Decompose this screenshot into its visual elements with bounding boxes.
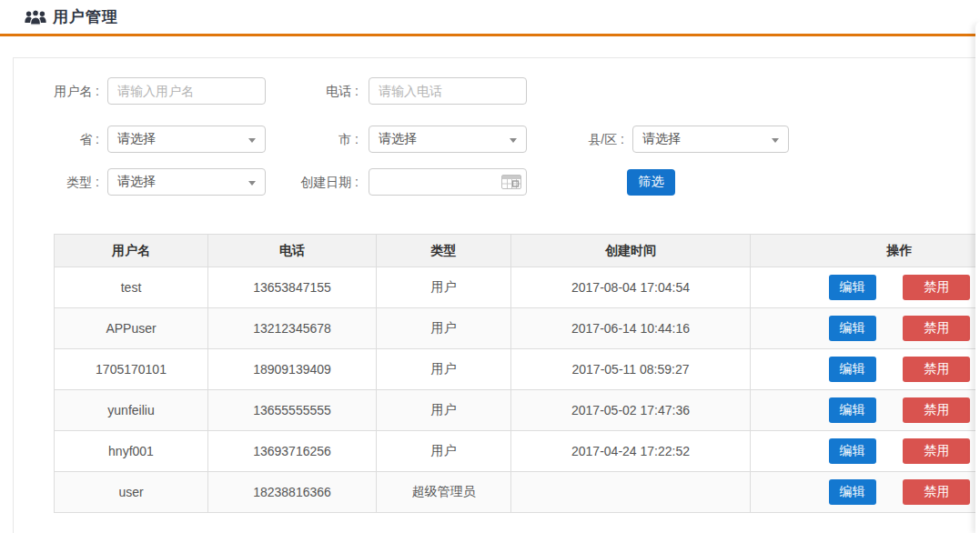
cell-actions: 编辑 禁用 xyxy=(751,390,980,431)
calendar-icon[interactable] xyxy=(501,175,521,189)
cell-type: 用户 xyxy=(377,349,511,390)
chevron-down-icon xyxy=(772,138,779,143)
district-label: 县/区 : xyxy=(527,126,624,153)
cell-created xyxy=(511,472,751,513)
cell-username: hnyf001 xyxy=(55,431,208,472)
cell-username: user xyxy=(55,472,208,513)
user-table-body: test 13653847155 用户 2017-08-04 17:04:54 … xyxy=(55,267,980,513)
cell-phone: 13212345678 xyxy=(208,308,377,349)
cell-username: 1705170101 xyxy=(55,349,208,390)
phone-label: 电话 : xyxy=(266,77,359,105)
cell-type: 用户 xyxy=(377,431,511,472)
cell-actions: 编辑 禁用 xyxy=(751,267,980,308)
chevron-down-icon xyxy=(248,181,256,186)
disable-button[interactable]: 禁用 xyxy=(903,275,970,300)
city-select[interactable]: 请选择 xyxy=(369,126,527,153)
disable-button[interactable]: 禁用 xyxy=(903,479,970,505)
cell-created: 2017-05-11 08:59:27 xyxy=(511,349,751,390)
type-select-value: 请选择 xyxy=(117,174,156,190)
cell-username: test xyxy=(55,267,208,308)
cell-created: 2017-06-14 10:44:16 xyxy=(511,308,751,349)
cell-type: 超级管理员 xyxy=(377,472,511,513)
disable-button[interactable]: 禁用 xyxy=(903,397,970,423)
edit-button[interactable]: 编辑 xyxy=(829,275,876,300)
table-row: APPuser 13212345678 用户 2017-06-14 10:44:… xyxy=(55,308,980,349)
cell-phone: 13693716256 xyxy=(208,431,377,472)
cell-actions: 编辑 禁用 xyxy=(751,308,980,349)
disable-button[interactable]: 禁用 xyxy=(903,357,970,382)
page-title: 用户管理 xyxy=(53,6,118,27)
disable-button[interactable]: 禁用 xyxy=(903,316,970,341)
filter-row-3: 类型 : 请选择 创建日期 : 筛选 xyxy=(14,168,980,196)
chevron-down-icon xyxy=(248,138,256,143)
header-created: 创建时间 xyxy=(511,235,751,267)
table-row: yunfeiliu 13655555555 用户 2017-05-02 17:4… xyxy=(55,390,980,431)
cell-created: 2017-04-24 17:22:52 xyxy=(511,431,751,472)
header-type: 类型 xyxy=(377,235,511,267)
filter-and-table-panel: 用户名 : 电话 : 省 : 请选择 市 : 请选择 县/区 : 请选择 类型 … xyxy=(13,57,980,533)
cell-type: 用户 xyxy=(377,267,511,308)
table-row: hnyf001 13693716256 用户 2017-04-24 17:22:… xyxy=(55,431,980,472)
edit-button[interactable]: 编辑 xyxy=(829,397,876,423)
edit-button[interactable]: 编辑 xyxy=(829,316,876,341)
created-date-field xyxy=(369,168,527,196)
header-actions: 操作 xyxy=(751,235,980,267)
cell-created: 2017-08-04 17:04:54 xyxy=(511,267,751,308)
filter-row-1: 用户名 : 电话 : xyxy=(14,77,980,105)
cell-actions: 编辑 禁用 xyxy=(751,349,980,390)
phone-input[interactable] xyxy=(369,77,527,105)
chevron-down-icon xyxy=(510,138,517,143)
cell-type: 用户 xyxy=(377,308,511,349)
edit-button[interactable]: 编辑 xyxy=(829,438,876,464)
page-header: 用户管理 xyxy=(0,0,980,36)
disable-button[interactable]: 禁用 xyxy=(903,438,970,464)
cell-created: 2017-05-02 17:47:36 xyxy=(511,390,751,431)
filter-submit-button[interactable]: 筛选 xyxy=(627,169,675,196)
users-icon xyxy=(25,8,46,25)
cell-phone: 13655555555 xyxy=(208,390,377,431)
cell-username: APPuser xyxy=(55,308,208,349)
province-label: 省 : xyxy=(14,126,99,153)
district-select[interactable]: 请选择 xyxy=(632,126,789,153)
table-row: user 18238816366 超级管理员 编辑 禁用 xyxy=(55,472,980,513)
cell-actions: 编辑 禁用 xyxy=(751,472,980,513)
username-input[interactable] xyxy=(107,77,266,105)
city-select-value: 请选择 xyxy=(379,131,417,147)
users-table-wrap: 用户名 电话 类型 创建时间 操作 test 13653847155 用户 20… xyxy=(54,234,980,513)
type-select[interactable]: 请选择 xyxy=(107,168,266,196)
cell-actions: 编辑 禁用 xyxy=(751,431,980,472)
created-date-label: 创建日期 : xyxy=(266,168,359,196)
city-label: 市 : xyxy=(266,126,359,153)
filter-row-2: 省 : 请选择 市 : 请选择 县/区 : 请选择 xyxy=(14,126,980,153)
users-table: 用户名 电话 类型 创建时间 操作 test 13653847155 用户 20… xyxy=(54,234,980,513)
province-select-value: 请选择 xyxy=(117,131,156,147)
users-table-header: 用户名 电话 类型 创建时间 操作 xyxy=(55,235,980,267)
edit-button[interactable]: 编辑 xyxy=(829,357,876,382)
cell-phone: 18238816366 xyxy=(208,472,377,513)
table-row: test 13653847155 用户 2017-08-04 17:04:54 … xyxy=(55,267,980,308)
username-label: 用户名 : xyxy=(14,77,99,105)
right-edge-panel xyxy=(975,22,980,533)
province-select[interactable]: 请选择 xyxy=(107,126,266,153)
cell-type: 用户 xyxy=(377,390,511,431)
table-row: 1705170101 18909139409 用户 2017-05-11 08:… xyxy=(55,349,980,390)
cell-username: yunfeiliu xyxy=(55,390,208,431)
header-username: 用户名 xyxy=(55,235,208,267)
cell-phone: 18909139409 xyxy=(208,349,377,390)
header-phone: 电话 xyxy=(208,235,377,267)
edit-button[interactable]: 编辑 xyxy=(829,479,876,505)
type-label: 类型 : xyxy=(14,168,99,196)
cell-phone: 13653847155 xyxy=(208,267,377,308)
district-select-value: 请选择 xyxy=(642,131,681,147)
